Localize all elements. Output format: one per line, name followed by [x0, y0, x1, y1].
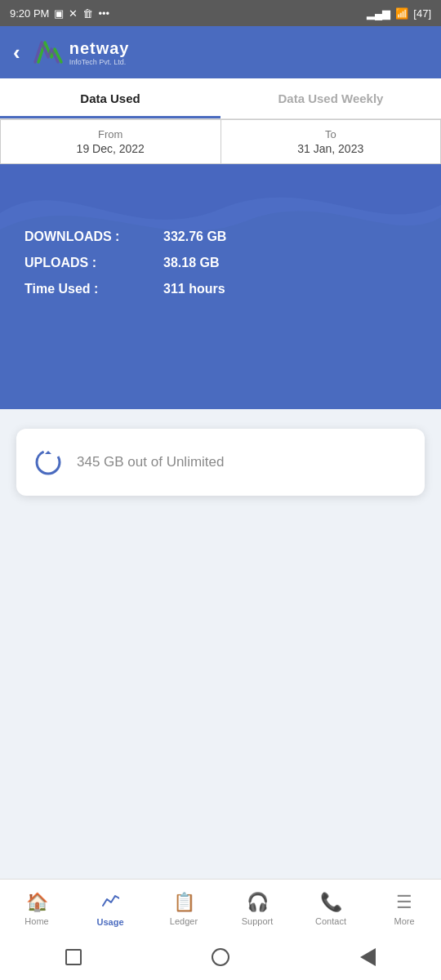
notification-icon: ▣ — [54, 7, 64, 20]
logo-icon — [30, 34, 66, 70]
nav-contact-label: Contact — [315, 916, 346, 926]
recent-apps-button[interactable] — [63, 947, 84, 968]
support-icon: 🎧 — [247, 892, 269, 913]
date-range: From 19 Dec, 2022 To 31 Jan, 2023 — [0, 119, 441, 164]
nav-more[interactable]: ☰ More — [368, 880, 441, 938]
header: ‹ netway InfoTech Pvt. Ltd. — [0, 26, 441, 78]
ledger-icon: 📋 — [173, 892, 195, 913]
dots-icon: ••• — [98, 7, 109, 20]
status-left: 9:20 PM ▣ ✕ 🗑 ••• — [10, 7, 109, 20]
nav-ledger[interactable]: 📋 Ledger — [147, 880, 220, 938]
sync-icon: ✕ — [69, 7, 78, 20]
wifi-icon: 📶 — [395, 7, 408, 20]
battery-indicator: [47] — [413, 7, 431, 20]
nav-contact[interactable]: 📞 Contact — [294, 880, 368, 938]
logo: netway InfoTech Pvt. Ltd. — [30, 34, 130, 70]
nav-ledger-label: Ledger — [170, 916, 198, 926]
delete-icon: 🗑 — [82, 7, 93, 20]
stats-section: DOWNLOADS : 332.76 GB UPLOADS : 38.18 GB… — [0, 164, 441, 409]
more-icon: ☰ — [396, 892, 412, 913]
back-button[interactable]: ‹ — [13, 40, 20, 65]
usage-refresh-icon — [33, 447, 64, 478]
downloads-value: 332.76 GB — [163, 229, 226, 244]
usage-stats: DOWNLOADS : 332.76 GB UPLOADS : 38.18 GB… — [24, 229, 416, 296]
time-used-row: Time Used : 311 hours — [24, 282, 416, 296]
svg-point-0 — [37, 451, 60, 474]
contact-icon: 📞 — [320, 892, 342, 913]
nav-usage-label: Usage — [96, 917, 123, 927]
content-spacer — [0, 515, 441, 879]
nav-support-label: Support — [242, 916, 274, 926]
nav-more-label: More — [394, 916, 414, 926]
usage-icon — [101, 891, 119, 914]
status-right: ▂▄▆ 📶 [47] — [367, 7, 431, 20]
downloads-label: DOWNLOADS : — [24, 229, 163, 244]
date-from: From 19 Dec, 2022 — [1, 120, 221, 163]
status-bar: 9:20 PM ▣ ✕ 🗑 ••• ▂▄▆ 📶 [47] — [0, 0, 441, 26]
time-used-label: Time Used : — [24, 282, 163, 296]
downloads-row: DOWNLOADS : 332.76 GB — [24, 229, 416, 244]
home-button[interactable] — [210, 947, 231, 968]
usage-card-container: 345 GB out of Unlimited — [0, 409, 441, 515]
nav-usage[interactable]: Usage — [74, 880, 147, 938]
status-time: 9:20 PM — [10, 7, 49, 20]
logo-sub: InfoTech Pvt. Ltd. — [69, 58, 130, 66]
logo-text: netway InfoTech Pvt. Ltd. — [69, 39, 130, 66]
system-bar — [0, 938, 441, 980]
bottom-navigation: 🏠 Home Usage 📋 Ledger 🎧 Support 📞 Contac… — [0, 879, 441, 938]
usage-card: 345 GB out of Unlimited — [16, 429, 425, 496]
nav-home[interactable]: 🏠 Home — [0, 880, 74, 938]
time-used-value: 311 hours — [163, 282, 225, 296]
back-nav-button[interactable] — [357, 947, 378, 968]
tab-bar: Data Used Data Used Weekly — [0, 78, 441, 119]
nav-support[interactable]: 🎧 Support — [220, 880, 294, 938]
date-to: To 31 Jan, 2023 — [221, 120, 441, 163]
tab-data-used[interactable]: Data Used — [0, 78, 220, 118]
uploads-value: 38.18 GB — [163, 256, 219, 270]
nav-home-label: Home — [24, 916, 48, 926]
tab-data-used-weekly[interactable]: Data Used Weekly — [220, 78, 441, 118]
logo-name: netway — [69, 39, 130, 58]
signal-icon: ▂▄▆ — [367, 7, 390, 20]
home-icon: 🏠 — [26, 892, 48, 913]
uploads-label: UPLOADS : — [24, 256, 163, 270]
uploads-row: UPLOADS : 38.18 GB — [24, 256, 416, 270]
usage-total-text: 345 GB out of Unlimited — [77, 454, 224, 470]
